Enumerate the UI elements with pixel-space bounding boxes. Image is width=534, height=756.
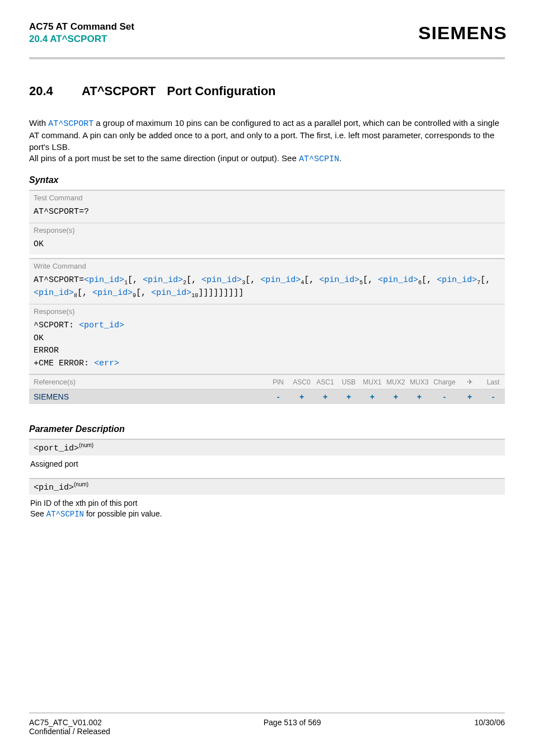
- pin-desc-line1: Pin ID of the xth pin of this port: [30, 499, 137, 508]
- footer-page: Page 513 of 569: [264, 718, 321, 736]
- test-command-label: Test Command: [29, 191, 505, 204]
- col-usb: USB: [337, 378, 360, 386]
- write-response-text: ^SCPORT: <port_id> OK ERROR +CME ERROR: …: [29, 318, 505, 374]
- col-mux2: MUX2: [384, 378, 407, 386]
- doc-subtitle: 20.4 AT^SCPORT: [29, 34, 134, 45]
- section-number: 20.4: [29, 84, 64, 98]
- resp-ok: OK: [34, 334, 44, 343]
- pin-id-2[interactable]: <pin_id>: [143, 275, 183, 285]
- references-label: Reference(s): [29, 375, 266, 389]
- val-mux1: +: [360, 392, 384, 401]
- val-last: -: [481, 392, 505, 401]
- resp-error: ERROR: [34, 346, 59, 355]
- resp-prefix: ^SCPORT:: [34, 321, 79, 330]
- intro-p2-post: .: [339, 153, 341, 163]
- param-desc-heading: Parameter Description: [29, 424, 505, 434]
- intro-p1-post: a group of maximum 10 pins can be config…: [29, 118, 499, 152]
- pin-desc-post: for possible pin value.: [84, 509, 162, 518]
- col-asc0: ASC0: [290, 378, 313, 386]
- write-suffix: ]]]]]]]]]: [198, 288, 243, 298]
- pin-id-7[interactable]: <pin_id>: [437, 275, 477, 285]
- param-pin-id-desc: Pin ID of the xth pin of this port See A…: [29, 495, 505, 528]
- param-pin-id-name: <pin_id>: [34, 483, 74, 492]
- section-heading: 20.4 AT^SCPORTPort Configuration: [29, 84, 505, 98]
- param-port-id-sup: (num): [79, 442, 93, 448]
- page-header: AC75 AT Command Set 20.4 AT^SCPORT SIEME…: [29, 21, 505, 55]
- intro-p1-cmd-link[interactable]: AT^SCPORT: [48, 119, 93, 129]
- param-port-id-box: <port_id>(num): [29, 439, 505, 456]
- pin-desc-pre: See: [30, 509, 46, 518]
- param-pin-id-sup: (num): [74, 481, 88, 487]
- col-pin: PIN: [266, 378, 290, 386]
- header-left: AC75 AT Command Set 20.4 AT^SCPORT: [29, 21, 134, 45]
- col-airplane: ✈: [458, 378, 481, 386]
- test-command-text: AT^SCPORT=?: [29, 204, 505, 223]
- pin-id-3[interactable]: <pin_id>: [202, 275, 242, 285]
- test-response-text: OK: [29, 237, 505, 255]
- footer-confidential: Confidential / Released: [29, 727, 110, 736]
- section-title-text: AT^SCPORTPort Configuration: [82, 84, 276, 98]
- footer-left: AC75_ATC_V01.002 Confidential / Released: [29, 718, 110, 736]
- val-asc1: +: [313, 392, 337, 401]
- resp-port-id[interactable]: <port_id>: [79, 321, 124, 330]
- test-command-box: Test Command AT^SCPORT=? Response(s) OK: [29, 190, 505, 255]
- col-mux3: MUX3: [407, 378, 431, 386]
- resp-cme-pre: +CME ERROR:: [34, 359, 94, 368]
- param-port-id-desc: Assigned port: [29, 456, 505, 478]
- pin-id-4[interactable]: <pin_id>: [260, 275, 301, 285]
- reference-table: Reference(s) PIN ASC0 ASC1 USB MUX1 MUX2…: [29, 374, 505, 404]
- val-pin: -: [266, 392, 290, 401]
- header-rule: [29, 57, 505, 59]
- val-charge: -: [431, 392, 458, 401]
- pin-desc-cmd-link[interactable]: AT^SCPIN: [46, 510, 84, 519]
- ref-header-row: Reference(s) PIN ASC0 ASC1 USB MUX1 MUX2…: [29, 375, 505, 389]
- syntax-heading: Syntax: [29, 175, 505, 185]
- pin-id-10[interactable]: <pin_id>: [151, 288, 191, 298]
- pin-id-6[interactable]: <pin_id>: [378, 275, 418, 285]
- col-last: Last: [481, 378, 505, 386]
- write-command-box: Write Command AT^SCPORT=<pin_id>1[, <pin…: [29, 258, 505, 374]
- section-desc: Port Configuration: [167, 84, 275, 98]
- write-response-label: Response(s): [29, 304, 505, 318]
- val-mux3: +: [407, 392, 431, 401]
- ref-value-row: SIEMENS - + + + + + + - + -: [29, 389, 505, 404]
- write-command-label: Write Command: [29, 259, 505, 273]
- section-cmd: AT^SCPORT: [82, 84, 156, 98]
- footer-date: 10/30/06: [475, 718, 505, 736]
- ref-brand: SIEMENS: [29, 389, 266, 404]
- intro-p2-cmd-link[interactable]: AT^SCPIN: [299, 154, 339, 164]
- airplane-icon: ✈: [467, 378, 473, 386]
- intro-paragraph: With AT^SCPORT a group of maximum 10 pin…: [29, 118, 505, 165]
- footer-version: AC75_ATC_V01.002: [29, 718, 110, 727]
- param-pin-id-box: <pin_id>(num): [29, 478, 505, 495]
- col-charge: Charge: [431, 378, 458, 386]
- pin-id-9[interactable]: <pin_id>: [92, 288, 133, 298]
- test-response-label: Response(s): [29, 223, 505, 237]
- col-mux1: MUX1: [360, 378, 384, 386]
- intro-p1-pre: With: [29, 118, 48, 128]
- val-asc0: +: [290, 392, 313, 401]
- siemens-logo: SIEMENS: [418, 23, 507, 44]
- write-prefix: AT^SCPORT=: [34, 275, 84, 285]
- val-usb: +: [337, 392, 360, 401]
- val-mux2: +: [384, 392, 407, 401]
- doc-title: AC75 AT Command Set: [29, 21, 134, 32]
- resp-cme-err[interactable]: <err>: [94, 359, 119, 368]
- intro-p2-pre: All pins of a port must be set to the sa…: [29, 153, 299, 163]
- page-footer: AC75_ATC_V01.002 Confidential / Released…: [29, 712, 505, 736]
- pin-id-1[interactable]: <pin_id>: [84, 275, 124, 285]
- val-airplane: +: [458, 392, 481, 401]
- pin-id-8[interactable]: <pin_id>: [34, 288, 74, 298]
- pin-id-5[interactable]: <pin_id>: [319, 275, 359, 285]
- param-port-id-name: <port_id>: [34, 444, 79, 453]
- write-command-text: AT^SCPORT=<pin_id>1[, <pin_id>2[, <pin_i…: [29, 273, 505, 304]
- col-asc1: ASC1: [313, 378, 337, 386]
